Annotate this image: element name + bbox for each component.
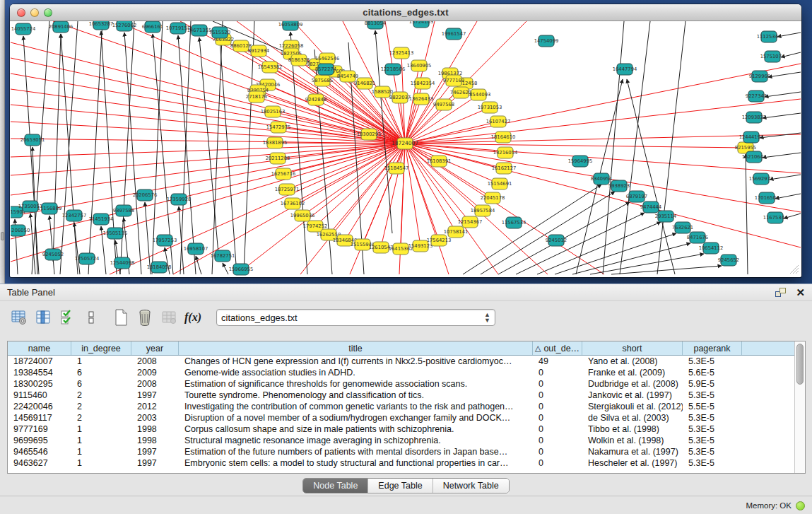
table-cell[interactable]: Structural magnetic resonance image aver… [179,435,533,446]
table-selector-dropdown[interactable]: citations_edges.txt ▲▼ [216,309,495,326]
tab-node-table[interactable]: Node Table [303,479,368,493]
table-cell[interactable]: Yano et al. (2008) [582,356,683,367]
panel-collapse-handle[interactable] [1,232,4,240]
table-cell[interactable]: Investigating the contribution of common… [179,401,533,412]
tab-edge-table[interactable]: Edge Table [368,479,433,493]
float-panel-icon[interactable] [775,288,786,297]
table-cell[interactable]: 9777169 [8,424,71,435]
table-cell[interactable]: 49 [533,356,582,367]
table-cell[interactable]: 5.3E-5 [683,424,742,435]
table-cell[interactable]: 5.6E-5 [683,367,742,378]
table-cell[interactable]: 14569117 [8,412,71,424]
table-cell[interactable]: 0 [533,412,582,424]
table-cell[interactable]: Wolkin et al. (1998) [582,435,683,446]
table-cell[interactable]: Embryonic stem cells: a model to study s… [179,457,533,469]
table-cell[interactable]: 1 [71,435,131,446]
column-header-out_de[interactable]: △out_de… [533,341,582,355]
table-cell[interactable]: 0 [533,390,582,401]
table-cell[interactable]: 0 [533,435,582,446]
table-cell[interactable]: 19384554 [8,367,71,378]
table-cell[interactable]: 18300295 [8,378,71,390]
table-row[interactable]: 977716911998Corpus callosum shape and si… [8,424,794,435]
table-cell[interactable]: 5.3E-5 [683,412,742,424]
table-cell[interactable]: de Silva et al. (2003) [582,412,683,424]
table-cell[interactable]: 2 [71,390,131,401]
table-cell[interactable]: 2008 [131,356,179,367]
table-cell[interactable]: 1998 [131,435,179,446]
table-cell[interactable]: 6 [71,378,131,390]
table-cell[interactable]: 0 [533,424,582,435]
resize-grip-icon[interactable] [788,263,799,274]
table-row[interactable]: 1872400712008Changes of HCN gene express… [8,356,794,367]
table-cell[interactable]: 2009 [131,367,179,378]
table-cell[interactable]: 5.3E-5 [683,435,742,446]
table-cell[interactable]: 2003 [131,412,179,424]
table-cell[interactable]: 5.3E-5 [683,446,742,457]
table-cell[interactable]: 22420046 [8,401,71,412]
table-row[interactable]: 1830029562008Estimation of significance … [8,378,794,390]
table-cell[interactable]: 0 [533,446,582,457]
select-all-icon[interactable] [57,307,78,328]
table-cell[interactable]: 6 [71,367,131,378]
column-header-pagerank[interactable]: pagerank [683,341,742,355]
table-cell[interactable]: 5.3E-5 [683,457,742,469]
table-cell[interactable]: 2 [71,401,131,412]
network-view-window[interactable]: citations_edges.txt 76638228860128891293… [10,4,801,277]
table-row[interactable]: 946362711997Embryonic stem cells: a mode… [8,457,794,469]
new-column-icon[interactable] [110,307,131,328]
table-cell[interactable]: Genome-wide association studies in ADHD. [179,367,533,378]
table-row[interactable]: 969969511998Structural magnetic resonanc… [8,435,794,446]
close-window-icon[interactable] [17,8,25,17]
table-cell[interactable]: 1 [71,457,131,469]
table-settings-icon[interactable] [8,307,30,328]
table-cell[interactable]: 2012 [131,401,179,412]
table-cell[interactable]: 0 [533,457,582,469]
column-header-short[interactable]: short [582,341,683,355]
column-visibility-icon[interactable] [33,307,54,328]
table-cell[interactable]: Franke et al. (2009) [582,367,683,378]
table-cell[interactable]: 1997 [131,446,179,457]
table-cell[interactable]: 9465546 [8,446,71,457]
close-panel-icon[interactable]: ✕ [796,287,805,298]
table-cell[interactable]: 0 [533,367,582,378]
table-cell[interactable]: Dudbridge et al. (2008) [582,378,683,390]
column-header-in_degree[interactable]: in_degree [71,341,131,355]
scrollbar-thumb[interactable] [796,344,804,385]
table-row[interactable]: 1938455462009Genome-wide association stu… [8,367,794,378]
tab-network-table[interactable]: Network Table [433,479,509,493]
table-cell[interactable]: Estimation of significance thresholds fo… [179,378,533,390]
table-cell[interactable]: 1 [71,446,131,457]
table-cell[interactable]: 5.3E-5 [683,356,742,367]
table-cell[interactable]: 18724007 [8,356,71,367]
table-cell[interactable]: Corpus callosum shape and size in male p… [179,424,533,435]
network-canvas[interactable]: 7663822886012889129341222605818275051654… [11,21,801,276]
table-cell[interactable]: Nakamura et al. (1997) [582,446,683,457]
table-cell[interactable]: Stergiakouli et al. (2012) [582,401,683,412]
table-cell[interactable]: 5.9E-5 [683,378,742,390]
vertical-scrollbar[interactable] [794,341,805,473]
table-cell[interactable]: 1 [71,424,131,435]
table-cell[interactable]: 2008 [131,378,179,390]
table-row[interactable]: 911546021997Tourette syndrome. Phenomeno… [8,390,794,401]
table-cell[interactable]: 0 [533,378,582,390]
delete-column-icon[interactable] [134,307,155,328]
table-cell[interactable]: Estimation of the future numbers of pati… [179,446,533,457]
table-cell[interactable]: Tibbo et al. (1998) [582,424,683,435]
column-header-title[interactable]: title [179,341,533,355]
delete-table-icon[interactable] [158,307,180,328]
row-height-icon[interactable] [81,307,102,328]
table-cell[interactable]: Disruption of a novel member of a sodium… [179,412,533,424]
function-builder-icon[interactable]: f(x) [182,307,204,328]
memory-status-icon[interactable] [796,501,805,510]
minimize-window-icon[interactable] [30,8,39,17]
table-cell[interactable]: 9463627 [8,457,71,469]
table-row[interactable]: 2242004622012Investigating the contribut… [8,401,794,412]
table-cell[interactable]: 5.3E-5 [683,390,742,401]
table-cell[interactable]: 1998 [131,424,179,435]
table-cell[interactable]: Jankovic et al. (1997) [582,390,683,401]
table-cell[interactable]: 9115460 [8,390,71,401]
zoom-window-icon[interactable] [44,8,52,17]
column-header-name[interactable]: name [8,341,71,355]
table-cell[interactable]: 2 [71,412,131,424]
table-cell[interactable]: 1997 [131,457,179,469]
